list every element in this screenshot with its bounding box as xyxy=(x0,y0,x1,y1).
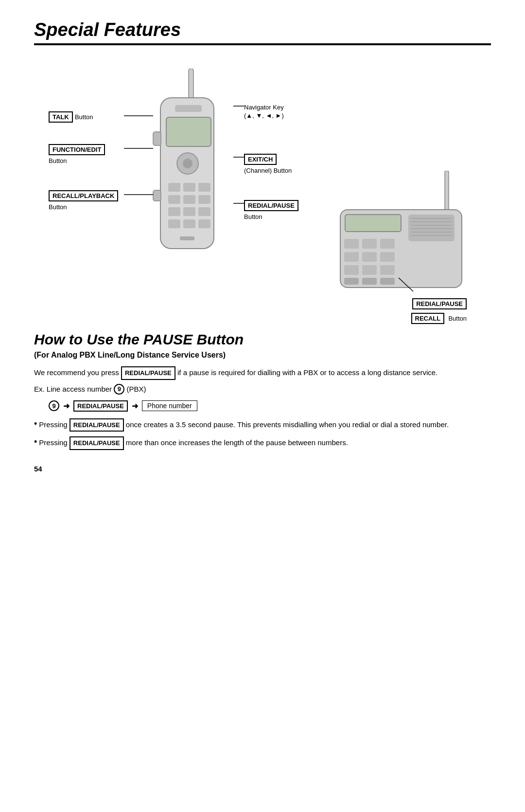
redial-pause-inline1: REDIAL/PAUSE xyxy=(121,366,175,380)
svg-rect-3 xyxy=(166,117,211,146)
svg-rect-31 xyxy=(344,239,359,249)
section-title: How to Use the PAUSE Button xyxy=(34,331,491,348)
svg-rect-21 xyxy=(445,171,449,215)
svg-rect-36 xyxy=(380,252,395,262)
exit-ch-label: EXIT/CH (Channel) Button xyxy=(244,154,292,174)
svg-rect-20 xyxy=(180,236,194,240)
recall-base-label: RECALL Button xyxy=(411,313,467,325)
talk-label: TALK Button xyxy=(49,111,93,124)
svg-rect-11 xyxy=(198,195,210,204)
svg-rect-8 xyxy=(198,183,210,192)
svg-rect-19 xyxy=(153,190,161,201)
svg-point-5 xyxy=(183,159,192,168)
redial-pause-inline3: REDIAL/PAUSE xyxy=(70,436,124,450)
svg-rect-16 xyxy=(183,219,195,228)
bullet2: • Pressing REDIAL/PAUSE more than once i… xyxy=(34,436,491,450)
svg-rect-15 xyxy=(168,219,180,228)
function-edit-label: FUNCTION/EDIT Button xyxy=(49,144,105,164)
svg-rect-40 xyxy=(344,278,359,285)
svg-rect-14 xyxy=(198,207,210,216)
section-subtitle: (For Analog PBX Line/Long Distance Servi… xyxy=(34,351,491,360)
intro-paragraph: We recommend you press REDIAL/PAUSE if a… xyxy=(34,366,491,380)
page-title: Special Features xyxy=(34,19,491,40)
svg-rect-17 xyxy=(198,219,210,228)
diagram-area: TALK Button FUNCTION/EDIT Button RECALL/… xyxy=(34,59,491,331)
svg-rect-39 xyxy=(380,265,395,275)
redial-pause-inline2: REDIAL/PAUSE xyxy=(70,418,124,432)
svg-rect-7 xyxy=(183,183,195,192)
flow-arrow2: ➜ xyxy=(132,401,138,411)
example-line: Ex. Line access number 9 (PBX) xyxy=(34,384,491,395)
recall-playback-label: RECALL/PLAYBACK Button xyxy=(49,190,118,211)
svg-rect-42 xyxy=(380,278,395,285)
how-to-use-section: How to Use the PAUSE Button (For Analog … xyxy=(34,331,491,450)
svg-rect-41 xyxy=(362,278,377,285)
svg-rect-37 xyxy=(344,265,359,275)
redial-pause-base-label: REDIAL/PAUSE xyxy=(412,298,467,310)
base-station-illustration xyxy=(331,171,476,304)
redial-pause-right-label: REDIAL/PAUSE Button xyxy=(244,200,298,220)
svg-rect-13 xyxy=(183,207,195,216)
svg-rect-6 xyxy=(168,183,180,192)
flow-phone-number: Phone number xyxy=(142,400,197,411)
svg-rect-18 xyxy=(153,132,161,145)
svg-rect-10 xyxy=(183,195,195,204)
flow-arrow1: ➜ xyxy=(63,401,70,411)
page-number: 54 xyxy=(34,465,491,473)
flow-diagram: 9 ➜ REDIAL/PAUSE ➜ Phone number xyxy=(49,400,491,412)
bullet1: • Pressing REDIAL/PAUSE once creates a 3… xyxy=(34,418,491,432)
svg-rect-30 xyxy=(345,215,401,232)
flow-num: 9 xyxy=(49,400,59,411)
svg-rect-34 xyxy=(344,252,359,262)
svg-rect-38 xyxy=(362,265,377,275)
svg-rect-2 xyxy=(175,105,202,112)
navigator-key-label: Navigator Key (▲, ▼, ◄, ►) xyxy=(244,103,284,119)
svg-rect-32 xyxy=(362,239,377,249)
flow-redial-pause: REDIAL/PAUSE xyxy=(73,400,128,412)
svg-rect-35 xyxy=(362,252,377,262)
svg-rect-33 xyxy=(380,239,395,249)
title-divider xyxy=(34,43,491,45)
svg-rect-9 xyxy=(168,195,180,204)
example-num-circle: 9 xyxy=(114,384,124,395)
svg-rect-12 xyxy=(168,207,180,216)
handset-illustration xyxy=(131,69,233,274)
